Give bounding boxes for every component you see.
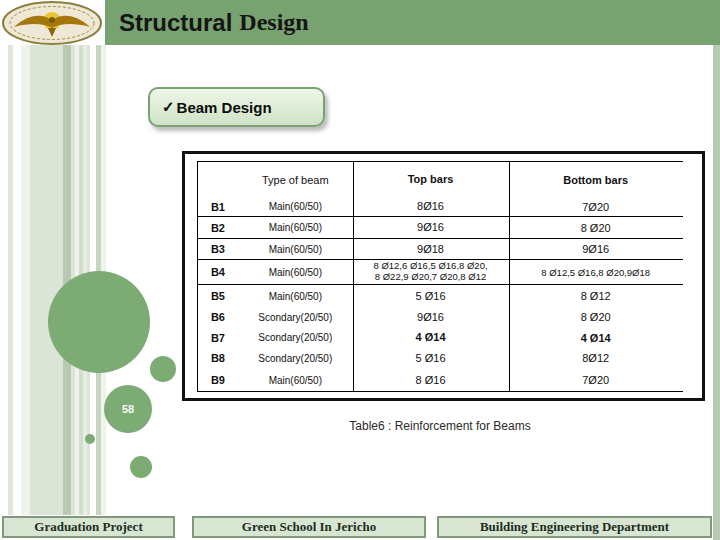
bottom-bars-value: 8 Ø12 — [508, 285, 683, 307]
beam-type: Main(60/50) — [238, 368, 353, 392]
table-row: B5 Main(60/50) 5 Ø16 8 Ø12 — [198, 285, 683, 307]
footer-school-box: Green School In Jericho — [192, 516, 426, 538]
beam-type: Scondary(20/50) — [238, 327, 353, 348]
slide-header: Structural Design — [105, 0, 720, 45]
top-bars-value: 8 Ø16 — [353, 368, 509, 392]
beam-id: B6 — [198, 307, 238, 327]
beam-type: Main(60/50) — [238, 285, 353, 307]
header-type-of-beam: Type of beam — [238, 162, 353, 197]
beam-type: Main(60/50) — [238, 217, 353, 238]
decor-circle-dot — [85, 434, 95, 444]
footer-department-label: Building Engineering Department — [480, 519, 669, 535]
table-row: B9 Main(60/50) 8 Ø16 7Ø20 — [198, 368, 683, 392]
column-divider — [353, 162, 354, 391]
slide-title-accent: Design — [239, 9, 308, 36]
table-row: B2 Main(60/50) 9Ø16 8 Ø20 — [198, 217, 683, 239]
beam-type: Scondary(20/50) — [238, 348, 353, 368]
footer-project-box: Graduation Project — [2, 516, 175, 538]
page-number-badge: 58 — [104, 385, 152, 433]
table-row: B8 Scondary(20/50) 5 Ø16 8Ø12 — [198, 348, 683, 368]
right-edge-strip — [713, 45, 720, 540]
beam-id: B2 — [198, 217, 238, 238]
table-header-row: Type of beam Top bars Bottom bars — [198, 162, 683, 197]
bottom-bars-value: 7Ø20 — [508, 197, 683, 216]
bottom-bars-value: 8 Ø20 — [508, 217, 683, 238]
footer-school-label: Green School In Jericho — [242, 519, 376, 535]
beam-type: Main(60/50) — [238, 239, 353, 259]
table-row: B7 Scondary(20/50) 4 Ø14 4 Ø14 — [198, 327, 683, 348]
decor-circle-large — [48, 271, 150, 373]
beam-design-callout: ✓ Beam Design — [148, 87, 325, 127]
top-bars-value: 9Ø16 — [353, 307, 509, 327]
header-bottom-bars: Bottom bars — [508, 162, 683, 197]
checkmark-icon: ✓ — [162, 98, 175, 116]
top-bars-value: 5 Ø16 — [353, 348, 509, 368]
bottom-bars-value: 8Ø12 — [508, 348, 683, 368]
slide-title-main: Structural — [119, 9, 232, 37]
bottom-bars-value: 4 Ø14 — [508, 327, 683, 348]
top-bars-value: 4 Ø14 — [353, 327, 509, 348]
bottom-bars-value: 9Ø16 — [508, 239, 683, 259]
table-row: B3 Main(60/50) 9Ø18 9Ø16 — [198, 239, 683, 260]
top-bars-value: 9Ø16 — [353, 217, 509, 238]
beam-id: B7 — [198, 327, 238, 348]
header-top-bars: Top bars — [353, 162, 509, 197]
university-logo-icon — [0, 0, 105, 45]
bottom-bars-value: 8 Ø20 — [508, 307, 683, 327]
beam-id: B1 — [198, 197, 238, 216]
bottom-bars-value: 7Ø20 — [508, 368, 683, 392]
table-row: B4 Main(60/50) 8 Ø12,6 Ø16,5 Ø16,8 Ø20, … — [198, 260, 683, 285]
top-bars-value: 5 Ø16 — [353, 285, 509, 307]
footer-department-box: Building Engineering Department — [437, 516, 712, 538]
beam-id: B4 — [198, 260, 238, 284]
beam-type: Main(60/50) — [238, 260, 353, 284]
beam-design-label: Beam Design — [177, 99, 272, 116]
beam-id: B3 — [198, 239, 238, 259]
column-divider — [509, 162, 510, 391]
beam-id: B8 — [198, 348, 238, 368]
beam-type: Scondary(20/50) — [238, 307, 353, 327]
top-bars-value: 8 Ø12,6 Ø16,5 Ø16,8 Ø20, 8 Ø22,9 Ø20,7 Ø… — [353, 260, 509, 284]
beam-id: B9 — [198, 368, 238, 392]
table-row: B1 Main(60/50) 8Ø16 7Ø20 — [198, 197, 683, 217]
header-empty — [198, 162, 238, 197]
decor-circle-bottom — [130, 456, 152, 478]
beam-type: Main(60/50) — [238, 197, 353, 216]
page-number: 58 — [122, 403, 134, 415]
decor-circle-small — [150, 356, 176, 382]
table-row: B6 Scondary(20/50) 9Ø16 8 Ø20 — [198, 307, 683, 327]
bottom-bars-value: 8 Ø12,5 Ø16,8 Ø20,9Ø18 — [508, 260, 683, 284]
footer-project-label: Graduation Project — [34, 519, 142, 535]
top-bars-value: 9Ø18 — [353, 239, 509, 259]
top-bars-value: 8Ø16 — [353, 197, 509, 216]
reinforcement-table: Type of beam Top bars Bottom bars B1 Mai… — [197, 161, 683, 392]
table-caption: Table6 : Reinforcement for Beams — [180, 419, 700, 433]
beam-id: B5 — [198, 285, 238, 307]
presentation-slide: Structural Design ✓ Beam Design Type of … — [0, 0, 720, 540]
